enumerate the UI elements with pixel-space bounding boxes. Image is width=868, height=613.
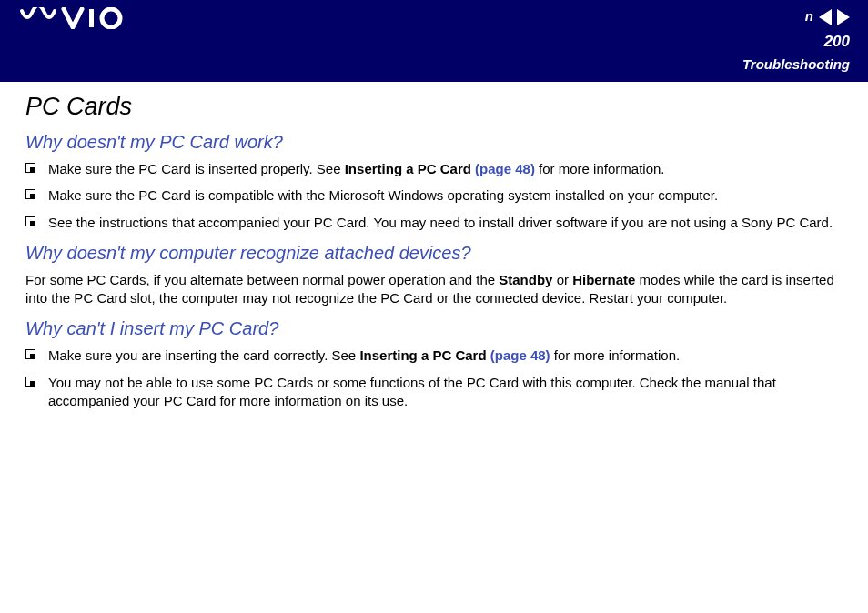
bullet-icon (25, 216, 35, 226)
bullet-text: You may not be able to use some PC Cards… (48, 374, 843, 411)
prev-page-arrow[interactable] (819, 9, 832, 25)
vaio-logo (20, 7, 125, 33)
nav-arrows: n (803, 9, 850, 25)
bullet-text: Make sure you are inserting the card cor… (48, 347, 843, 365)
q1-heading: Why doesn't my PC Card work? (25, 132, 843, 153)
list-item: Make sure the PC Card is compatible with… (25, 186, 843, 205)
bullet-icon (25, 377, 35, 387)
q1-list: Make sure the PC Card is inserted proper… (25, 160, 843, 232)
svg-point-1 (102, 9, 120, 27)
list-item: Make sure the PC Card is inserted proper… (25, 160, 843, 178)
svg-rect-0 (89, 9, 94, 27)
q2-paragraph: For some PC Cards, if you alternate betw… (25, 271, 843, 308)
content-area: PC Cards Why doesn't my PC Card work? Ma… (0, 82, 868, 410)
bullet-icon (25, 163, 35, 173)
bullet-icon (25, 189, 35, 199)
n-label: n (805, 8, 813, 25)
section-label: Troubleshooting (742, 56, 850, 72)
header-bar: n 200 Troubleshooting (0, 0, 868, 82)
next-page-arrow[interactable] (837, 9, 850, 25)
list-item: Make sure you are inserting the card cor… (25, 347, 843, 365)
page-title: PC Cards (25, 93, 843, 121)
page-link[interactable]: (page 48) (475, 161, 535, 176)
q3-list: Make sure you are inserting the card cor… (25, 347, 843, 410)
q2-heading: Why doesn't my computer recognize attach… (25, 243, 843, 264)
q3-heading: Why can't I insert my PC Card? (25, 318, 843, 339)
page-link[interactable]: (page 48) (490, 347, 550, 363)
bullet-icon (25, 349, 35, 359)
bullet-text: Make sure the PC Card is inserted proper… (48, 160, 843, 178)
bullet-text: Make sure the PC Card is compatible with… (48, 186, 843, 205)
bullet-text: See the instructions that accompanied yo… (48, 214, 843, 232)
page-number: 200 (824, 33, 850, 51)
list-item: See the instructions that accompanied yo… (25, 214, 843, 232)
list-item: You may not be able to use some PC Cards… (25, 374, 843, 411)
